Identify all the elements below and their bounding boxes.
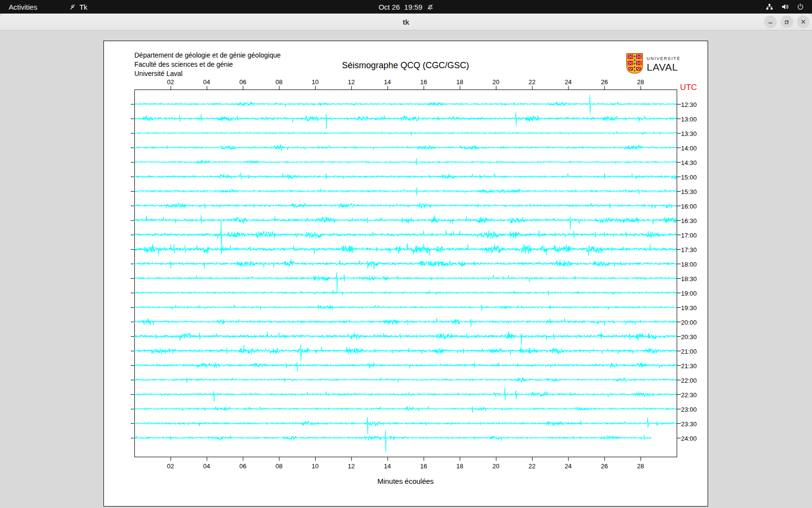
- x-axis-tick-label-top: 12: [348, 78, 355, 86]
- x-axis-tick-label-bottom: 16: [420, 463, 427, 470]
- window-title: tk: [0, 14, 812, 30]
- clock-menu[interactable]: Oct 26 19:59: [378, 0, 434, 14]
- seismogram-trace: [134, 430, 651, 453]
- x-axis-tick-label-top: 10: [312, 78, 319, 86]
- volume-icon: [781, 3, 789, 11]
- x-axis-tick-label-bottom: 14: [384, 463, 391, 470]
- utc-time-label: 14:30: [681, 159, 697, 166]
- clock-date: Oct 26: [378, 3, 400, 11]
- utc-time-label: 21:30: [681, 362, 697, 370]
- seismogram-trace: [134, 344, 677, 361]
- x-axis-tick-label-top: 02: [167, 78, 174, 86]
- minimize-button[interactable]: [764, 15, 777, 28]
- seismogram-trace: [134, 362, 677, 372]
- x-axis-tick-label-bottom: 12: [348, 463, 355, 470]
- seismogram-trace: [134, 95, 677, 114]
- x-axis-tick-label-top: 26: [601, 78, 608, 86]
- x-axis-tick-label-top: 22: [529, 78, 536, 86]
- wired-network-icon: [766, 3, 773, 11]
- x-axis-tick-label-bottom: 02: [167, 463, 174, 470]
- utc-time-label: 15:00: [681, 174, 697, 181]
- x-axis-tick-label-top: 28: [637, 78, 644, 86]
- x-axis-tick-label-top: 24: [565, 78, 571, 86]
- top-bar: Activities Tk Oct 26 19:59: [0, 0, 812, 14]
- x-axis-tick-label-bottom: 10: [312, 463, 319, 470]
- seismogram-trace: [134, 220, 677, 250]
- seismogram-trace: [134, 187, 677, 195]
- seismogram-trace: [134, 290, 677, 296]
- utc-time-label: 17:30: [681, 246, 697, 254]
- x-axis-tick-label-top: 16: [420, 78, 427, 86]
- x-axis-tick-label-top: 14: [384, 78, 391, 86]
- utc-axis-title: UTC: [680, 83, 697, 92]
- seismogram-trace: [134, 417, 677, 434]
- maximize-button[interactable]: [781, 15, 793, 28]
- seismogram-trace: [134, 215, 677, 230]
- close-button[interactable]: [797, 15, 810, 28]
- utc-time-label: 20:00: [681, 319, 697, 326]
- x-axis-tick-label-bottom: 26: [601, 463, 608, 470]
- utc-time-label: 22:00: [681, 377, 697, 384]
- utc-time-label: 24:00: [681, 435, 697, 442]
- seismogram-trace: [134, 259, 677, 269]
- utc-time-label: 20:30: [681, 333, 697, 341]
- app-menu-label: Tk: [79, 3, 87, 11]
- utc-time-label: 18:00: [681, 261, 697, 268]
- utc-time-label: 21:00: [681, 348, 697, 355]
- x-axis-tick-label-bottom: 28: [637, 463, 644, 470]
- seismogram-trace: [134, 406, 677, 413]
- utc-time-label: 15:30: [681, 188, 697, 195]
- x-axis-tick-label-bottom: 20: [493, 463, 499, 470]
- x-axis-tick-label-bottom: 18: [456, 463, 463, 470]
- seismogram-trace: [134, 272, 677, 293]
- seismogram-trace: [134, 145, 677, 151]
- clock-time: 19:59: [404, 3, 422, 11]
- seismogram-trace: [134, 243, 677, 256]
- window-titlebar[interactable]: tk: [0, 14, 812, 30]
- plot-frame: [135, 90, 677, 457]
- utc-time-label: 19:30: [681, 304, 697, 312]
- seismogram-trace: [134, 112, 677, 129]
- utc-time-label: 16:30: [681, 217, 697, 224]
- x-axis-tick-label-top: 18: [456, 78, 463, 86]
- seismogram-trace: [134, 132, 677, 136]
- activities-button[interactable]: Activities: [0, 0, 46, 14]
- seismogram-trace: [134, 305, 677, 311]
- utc-time-label: 23:30: [681, 420, 697, 428]
- utc-time-label: 22:30: [681, 391, 697, 399]
- seismogram-trace: [134, 203, 677, 209]
- utc-time-label: 13:00: [681, 116, 697, 123]
- utc-time-label: 18:30: [681, 275, 697, 283]
- x-axis-tick-label-top: 06: [239, 78, 246, 86]
- utc-time-label: 13:30: [681, 130, 697, 137]
- tk-feather-icon: [69, 3, 76, 10]
- x-axis-tick-label-bottom: 04: [203, 463, 210, 470]
- system-status-area[interactable]: [766, 0, 812, 14]
- x-axis-tick-label-bottom: 22: [529, 463, 536, 470]
- x-axis-title: Minutes écoulées: [377, 477, 434, 485]
- power-icon: [797, 3, 804, 11]
- utc-time-label: 12:30: [681, 101, 697, 108]
- notifications-muted-icon: [427, 3, 434, 10]
- utc-time-label: 19:00: [681, 290, 697, 297]
- seismogram-trace: [134, 158, 677, 165]
- x-axis-tick-label-bottom: 24: [565, 463, 571, 470]
- x-axis-tick-label-top: 20: [493, 78, 499, 86]
- x-axis-tick-label-bottom: 06: [239, 463, 246, 470]
- utc-time-label: 17:00: [681, 232, 697, 239]
- utc-time-label: 14:00: [681, 145, 697, 152]
- seismogram-trace: [134, 173, 677, 179]
- seismogram-trace: [134, 388, 677, 402]
- seismogram-trace: [134, 318, 677, 327]
- seismogram-plot: [104, 41, 708, 506]
- utc-time-label: 23:00: [681, 406, 697, 413]
- x-axis-tick-label-bottom: 08: [276, 463, 282, 470]
- x-axis-tick-label-top: 04: [203, 78, 210, 86]
- utc-time-label: 16:00: [681, 203, 697, 210]
- x-axis-tick-label-top: 08: [276, 78, 282, 86]
- seismograph-canvas: Département de géologie et de génie géol…: [103, 41, 708, 507]
- app-menu[interactable]: Tk: [69, 3, 87, 11]
- seismogram-trace: [134, 331, 677, 345]
- seismogram-trace: [134, 377, 677, 383]
